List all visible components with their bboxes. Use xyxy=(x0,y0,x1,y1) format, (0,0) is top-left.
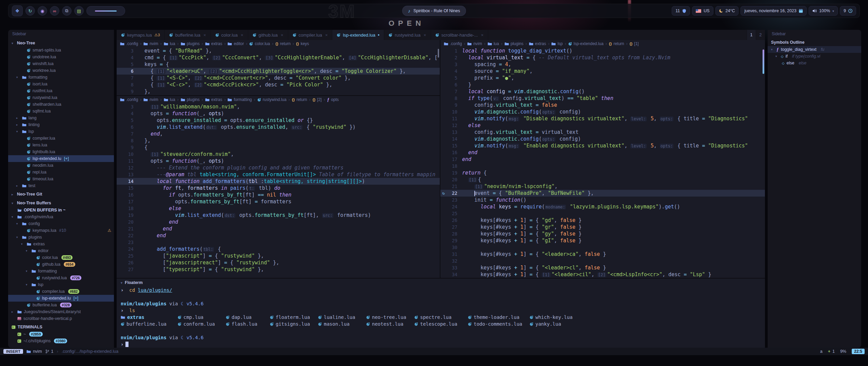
tab-rustywind-lua[interactable]: rustywind.lua× xyxy=(384,30,431,40)
tree-item[interactable]: ▸linting xyxy=(8,121,114,128)
tab-github-lua[interactable]: github.lua× xyxy=(248,30,288,40)
code-line[interactable]: 9 config.virtual_text = false xyxy=(440,102,765,108)
tree-item[interactable]: timeout.lua xyxy=(8,176,114,182)
outline-item[interactable]: ▾ƒtoggle_diag_virtextfu xyxy=(768,46,861,53)
code-line[interactable]: 34 keys[#keys + 1] = { [1]"<leader>cil",… xyxy=(440,271,765,278)
date-pill[interactable]: jueves, noviembre 16, 2023 xyxy=(741,6,807,16)
code-line[interactable]: ↻22 event = { "BufReadPre", "BufNewFile"… xyxy=(440,190,765,197)
code-line[interactable]: 19 vim.list_extend(dst: opts.formatters_… xyxy=(117,212,440,219)
tree-item[interactable]: neodim.lua xyxy=(8,162,114,169)
terminal-output[interactable]: › cd lua/plugins/nvim/lua/plugins via ☾ … xyxy=(117,287,765,348)
code-line[interactable]: 24 local keys = require(modname: "lazyvi… xyxy=(440,203,765,210)
tree-item[interactable]: github.lua#654 xyxy=(8,261,114,268)
code-line[interactable]: 20 end xyxy=(117,219,440,225)
tree-item[interactable]: ▾formatting xyxy=(8,268,114,274)
breadcrumb-item[interactable]: {}[2] xyxy=(313,97,322,102)
code-line[interactable]: 17 opts.formatters_by_ft[ft] = formatter… xyxy=(117,198,440,205)
sidebar-section-header[interactable]: ▾Neo-Tree xyxy=(8,39,114,47)
code-line[interactable]: 24 add_formatters(tbl: { xyxy=(117,246,440,252)
breadcrumb-item[interactable]: {}return xyxy=(609,41,624,46)
code-line[interactable]: 23 xyxy=(117,239,440,246)
breadcrumb-item[interactable]: .config xyxy=(444,41,462,46)
breadcrumb-item[interactable]: {}return xyxy=(292,97,307,102)
code-line[interactable]: 31 keys[#keys + 1] = { "<leader>ca", fal… xyxy=(440,251,765,258)
tab-keymaps-lua[interactable]: keymaps.lua⚠3 xyxy=(117,30,165,40)
infinity-icon[interactable]: ∞ xyxy=(50,6,59,16)
update-icon[interactable]: ↻ xyxy=(25,6,35,16)
cwd-segment[interactable]: nvim xyxy=(26,349,42,354)
code-line[interactable]: 27 keys[#keys + 1] = { "gr", false } xyxy=(440,224,765,230)
close-icon[interactable]: × xyxy=(203,33,206,38)
code-line[interactable]: 19return { xyxy=(440,169,765,176)
breadcrumb-item[interactable]: rustywind.lua xyxy=(257,97,287,102)
symbols-outline-header[interactable]: Symbols Outline xyxy=(768,39,861,46)
tree-item[interactable]: ▾plugins xyxy=(8,234,114,241)
tree-item[interactable]: scrollbar-handle-vertical.p xyxy=(8,315,114,322)
code-line[interactable]: 7 local config = vim.diagnostic.config() xyxy=(440,88,765,95)
tree-item[interactable]: ▾lsp xyxy=(8,281,114,288)
code-line[interactable]: 12 --- Extend the conform plugin config … xyxy=(117,164,440,171)
code-line[interactable]: 22 end xyxy=(117,232,440,239)
breadcrumb-item[interactable]: color.lua xyxy=(249,41,270,46)
scrollbar-handle[interactable] xyxy=(763,49,764,74)
code-line[interactable]: 1local function toggle_diag_virtext() xyxy=(440,47,765,54)
code-line[interactable]: 26 keys[#keys + 1] = { "gd", false } xyxy=(440,217,765,224)
code-line[interactable]: 30 xyxy=(440,244,765,251)
breadcrumb-item[interactable]: lua xyxy=(488,41,499,46)
code-line[interactable]: 4 opts = function(_, opts) xyxy=(117,110,440,117)
code-line[interactable]: 8 }, xyxy=(117,137,440,144)
breadcrumb-item[interactable]: {}[1] xyxy=(630,41,639,46)
breadcrumb-item[interactable]: {}keys xyxy=(296,41,309,46)
code-line[interactable]: 3 event = { "BufRead" }, xyxy=(117,47,440,54)
tree-item[interactable]: repl.lua xyxy=(8,169,114,176)
code-line[interactable]: 12 else xyxy=(440,122,765,129)
code-line[interactable]: 13 config.virtual_text = virtual_text xyxy=(440,129,765,136)
tree-item[interactable]: ▾config xyxy=(8,220,114,227)
code-line[interactable]: 4 cmd = { [1]"CccPick", [2]"CccConvert",… xyxy=(117,54,440,61)
code-line[interactable]: 10 vim.diagnostic.config(opts: config) xyxy=(440,108,765,115)
code-line[interactable]: 11 opts = function(_, opts) xyxy=(117,158,440,164)
code-line[interactable]: 15 vim.notify(msg: "Enabled diagnostics … xyxy=(440,142,765,149)
breadcrumb-item[interactable]: lua xyxy=(164,41,175,46)
tree-item[interactable]: rustfmt.lua xyxy=(8,87,114,94)
workspace-indicator[interactable] xyxy=(86,6,125,16)
code-line[interactable]: 3 spacing = 4, xyxy=(440,61,765,68)
close-icon[interactable]: × xyxy=(481,33,484,38)
code-line[interactable]: 9 { xyxy=(117,144,440,151)
tree-item[interactable]: sqlfmt.lua xyxy=(8,108,114,115)
tree-item[interactable]: lsp-extended.lu[+] xyxy=(8,155,114,162)
code-line[interactable]: 10 [1]"stevearc/conform.nvim", xyxy=(117,151,440,158)
code-line[interactable]: 21 end xyxy=(117,225,440,232)
breadcrumb-item[interactable]: {}return xyxy=(275,41,291,46)
code-line[interactable]: 6 { [1]"<leader>uC", [2]"<cmd>CccHighlig… xyxy=(117,68,440,75)
code-line[interactable]: 3 [1]"williamboman/mason.nvim", xyxy=(117,103,440,110)
code-line[interactable]: 6 vim.list_extend(dst: opts.ensure_insta… xyxy=(117,124,440,130)
tree-item[interactable]: shellharden.lua xyxy=(8,101,114,108)
breadcrumb-item[interactable]: plugins xyxy=(181,97,200,102)
tree-item[interactable]: color.lua#493 xyxy=(8,254,114,261)
music-widget[interactable]: ♪ Spiritbox - Rule Of Nines xyxy=(402,6,466,16)
breadcrumb-item[interactable]: lsp xyxy=(551,41,563,46)
breadcrumb-item[interactable]: nvim xyxy=(143,41,158,46)
tab-compiler-lua[interactable]: compiler.lua× xyxy=(288,30,333,40)
launcher-button[interactable]: ❖ xyxy=(12,5,23,16)
sidebar-section-header[interactable]: ▾Neo-Tree Buffers xyxy=(8,199,114,207)
code-line[interactable]: 20 [1]{ xyxy=(440,176,765,183)
breadcrumb-item[interactable]: extras xyxy=(529,41,546,46)
code-line[interactable]: 28 keys[#keys + 1] = { "gy", false } xyxy=(440,230,765,237)
code-line[interactable]: 2 local virtual_text = { -- Default virt… xyxy=(440,54,765,61)
volume-pill[interactable]: 100%▾ xyxy=(809,6,838,16)
tree-item[interactable]: rustywind.lua#726 xyxy=(8,274,114,281)
code-line[interactable]: 9 }, xyxy=(117,88,440,95)
tree-item[interactable]: ~#2859 xyxy=(8,331,114,338)
code-line[interactable]: 26 ["javascriptreact"] = { "rustywind" }… xyxy=(117,259,440,266)
tree-item[interactable]: lightbulb.lua xyxy=(8,148,114,155)
tree-item[interactable]: worktree.lua xyxy=(8,67,114,74)
code-line[interactable]: 8 if type(v: config.virtual_text) == "ta… xyxy=(440,95,765,102)
updates-pill[interactable]: 11 xyxy=(672,6,690,16)
tab-color-lua[interactable]: color.lua× xyxy=(211,30,248,40)
code-line[interactable]: 8 { [1]"<C-c>", [2]"<cmd>CccPick<cr>", d… xyxy=(117,81,440,88)
tree-item[interactable]: ▾formatting xyxy=(8,74,114,81)
code-line[interactable]: 18 xyxy=(440,163,765,169)
tree-item[interactable]: ▾editor xyxy=(8,247,114,254)
